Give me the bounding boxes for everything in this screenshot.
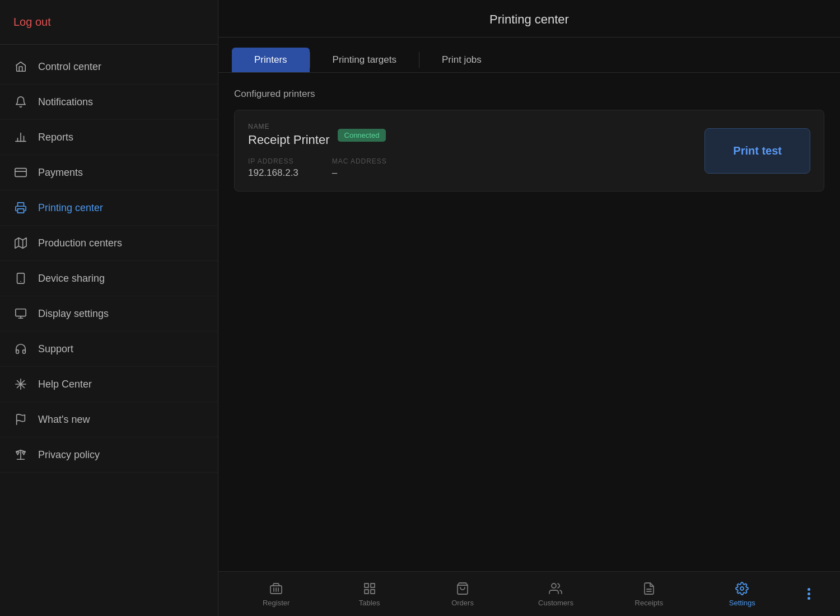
svg-point-33 [740, 587, 744, 590]
sidebar-item-printing-center[interactable]: Printing center [0, 190, 218, 226]
svg-rect-26 [371, 584, 375, 587]
register-icon [269, 581, 283, 596]
bottom-nav-register[interactable]: Register [242, 577, 310, 612]
main-content: Printing center PrintersPrinting targets… [218, 0, 840, 571]
bottom-nav-receipts[interactable]: Receipts [615, 577, 683, 612]
sidebar: Log out Control center Notifications Rep… [0, 0, 218, 616]
svg-rect-10 [17, 273, 25, 283]
page-title: Printing center [218, 0, 840, 38]
orders-icon [455, 581, 470, 596]
sidebar-item-production-centers[interactable]: Production centers [0, 226, 218, 261]
receipts-icon [642, 581, 656, 596]
sidebar-item-privacy-policy[interactable]: Privacy policy [0, 437, 218, 473]
sidebar-item-label: Privacy policy [38, 449, 100, 461]
bottom-nav-label: Settings [729, 599, 755, 607]
printer-card: NAME Receipt Printer Connected IP ADDRES… [234, 110, 824, 192]
bottom-nav-orders[interactable]: Orders [429, 577, 496, 612]
sidebar-item-label: Production centers [38, 237, 122, 249]
bottom-nav-label: Register [263, 599, 290, 607]
more-options-button[interactable] [802, 582, 816, 605]
bottom-nav-settings[interactable]: Settings [708, 577, 776, 612]
tab-printing-targets[interactable]: Printing targets [310, 48, 419, 72]
ip-group: IP ADDRESS 192.168.2.3 [248, 157, 298, 179]
smartphone-icon [13, 271, 28, 286]
tab-print-jobs[interactable]: Print jobs [419, 48, 504, 72]
section-title: Configured printers [234, 88, 824, 100]
printer-name-group: NAME Receipt Printer [248, 123, 330, 147]
svg-marker-7 [15, 238, 26, 248]
printer-name-label: NAME [248, 123, 330, 130]
mac-group: MAC ADDRESS – [332, 157, 387, 179]
sidebar-item-notifications[interactable]: Notifications [0, 85, 218, 120]
home-icon [13, 59, 28, 74]
svg-rect-12 [16, 309, 26, 316]
status-badge: Connected [338, 129, 386, 142]
sidebar-item-whats-new[interactable]: What's new [0, 402, 218, 437]
svg-point-30 [552, 584, 556, 588]
bottom-nav-label: Customers [538, 599, 573, 607]
credit-card-icon [13, 165, 28, 180]
sidebar-item-label: Display settings [38, 308, 109, 320]
mac-label: MAC ADDRESS [332, 157, 387, 165]
flag-icon [13, 412, 28, 427]
sidebar-item-display-settings[interactable]: Display settings [0, 296, 218, 332]
ip-value: 192.168.2.3 [248, 167, 298, 179]
sidebar-item-label: Payments [38, 167, 83, 179]
sidebar-item-help-center[interactable]: Help Center [0, 367, 218, 402]
bottom-nav: Register Tables Orders Customers Receipt… [218, 571, 840, 616]
content-area: Configured printers NAME Receipt Printer… [218, 73, 840, 571]
display-icon [13, 306, 28, 321]
tables-icon [362, 581, 377, 596]
printer-name: Receipt Printer [248, 133, 330, 147]
sidebar-item-control-center[interactable]: Control center [0, 49, 218, 85]
bar-chart-icon [13, 130, 28, 144]
headset-icon [13, 342, 28, 356]
sidebar-item-label: Printing center [38, 202, 103, 214]
asterisk-icon [13, 377, 28, 391]
sidebar-nav: Control center Notifications Reports Pay… [0, 45, 218, 616]
tabs-row: PrintersPrinting targetsPrint jobs [218, 38, 840, 73]
sidebar-item-label: What's new [38, 414, 90, 426]
sidebar-item-label: Control center [38, 61, 101, 73]
gear-icon [735, 581, 749, 596]
logout-button[interactable]: Log out [13, 12, 51, 32]
printer-name-row: NAME Receipt Printer Connected [248, 123, 704, 147]
sidebar-item-label: Help Center [38, 379, 92, 390]
sidebar-item-reports[interactable]: Reports [0, 120, 218, 155]
bottom-nav-label: Orders [451, 599, 474, 607]
sidebar-item-label: Device sharing [38, 273, 105, 284]
map-icon [13, 236, 28, 250]
printer-details: IP ADDRESS 192.168.2.3 MAC ADDRESS – [248, 157, 704, 179]
bottom-nav-tables[interactable]: Tables [336, 577, 403, 612]
bottom-nav-label: Tables [359, 599, 380, 607]
svg-rect-25 [365, 584, 368, 587]
svg-rect-27 [371, 590, 375, 594]
bell-icon [13, 95, 28, 109]
sidebar-item-label: Notifications [38, 96, 93, 108]
sidebar-item-label: Support [38, 343, 73, 355]
printer-icon [13, 200, 28, 215]
bottom-nav-label: Receipts [635, 599, 664, 607]
customers-icon [548, 581, 563, 596]
svg-rect-6 [18, 209, 24, 213]
bottom-nav-customers[interactable]: Customers [522, 577, 589, 612]
ip-label: IP ADDRESS [248, 157, 298, 165]
sidebar-item-label: Reports [38, 132, 73, 143]
logout-section: Log out [0, 0, 218, 45]
svg-rect-28 [365, 590, 368, 594]
scales-icon [13, 447, 28, 462]
sidebar-item-support[interactable]: Support [0, 332, 218, 367]
tab-printers[interactable]: Printers [232, 48, 310, 72]
mac-value: – [332, 167, 387, 179]
print-test-button[interactable]: Print test [704, 128, 810, 174]
svg-rect-4 [15, 169, 26, 177]
printer-info: NAME Receipt Printer Connected IP ADDRES… [248, 123, 704, 179]
sidebar-item-device-sharing[interactable]: Device sharing [0, 261, 218, 296]
sidebar-item-payments[interactable]: Payments [0, 155, 218, 190]
